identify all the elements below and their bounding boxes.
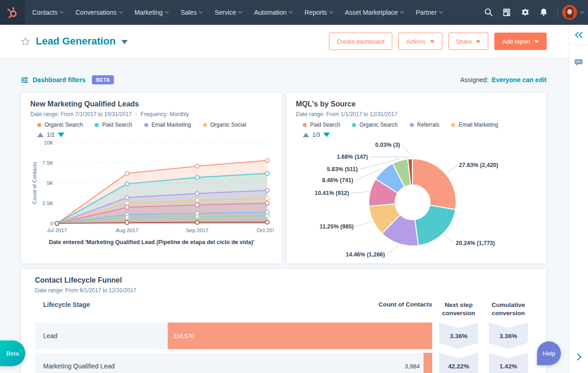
- legend-pager: 1/3: [303, 132, 537, 138]
- create-dashboard-button[interactable]: Create dashboard: [329, 33, 392, 50]
- page-header: Lead Generation Create dashboard Actions…: [0, 25, 569, 58]
- legend-item-paid-search[interactable]: Paid Search: [95, 122, 132, 128]
- nav-menu: ContactsConversationsMarketingSalesServi…: [32, 9, 442, 16]
- hubspot-logo[interactable]: [0, 0, 25, 25]
- nav-item-label: Reports: [305, 9, 327, 16]
- pager-up-icon[interactable]: [37, 133, 44, 137]
- dashboard-filters-button[interactable]: Dashboard filters BETA: [21, 75, 114, 84]
- dashboard-content: Dashboard filters BETA Assigned:Everyone…: [0, 58, 569, 373]
- notifications-bell-icon[interactable]: [534, 0, 553, 25]
- funnel-rows: Lead118,5703.36%3.36%Marketing Qualified…: [35, 323, 532, 373]
- svg-text:10.41% (912): 10.41% (912): [315, 190, 349, 196]
- legend-pager: 1/2: [37, 132, 273, 138]
- comments-button[interactable]: [569, 52, 588, 72]
- dashboard-switcher-caret[interactable]: [121, 40, 128, 44]
- top-nav: ContactsConversationsMarketingSalesServi…: [0, 0, 588, 25]
- account-menu[interactable]: [562, 5, 583, 20]
- filters-row: Dashboard filters BETA Assigned:Everyone…: [21, 74, 547, 86]
- report-title: Contact Lifecycle Funnel: [35, 276, 532, 284]
- svg-text:Oct 2017: Oct 2017: [257, 228, 274, 233]
- add-report-button[interactable]: Add report: [494, 33, 547, 50]
- column-header: Count of Contacts: [379, 301, 432, 308]
- funnel-bar-value: 3,984: [405, 363, 420, 370]
- legend-dot: [37, 123, 41, 127]
- svg-text:5K: 5K: [47, 180, 53, 186]
- column-header: Cumulative conversion: [489, 301, 528, 317]
- report-subtitle: Date range: From 7/1/2017 to 10/31/2017F…: [30, 111, 273, 117]
- svg-text:0: 0: [51, 221, 53, 226]
- chevron-down-icon: [400, 9, 404, 13]
- nav-item-label: Marketing: [135, 9, 163, 16]
- svg-text:20.24% (1,773): 20.24% (1,773): [456, 240, 495, 246]
- svg-text:10K: 10K: [44, 140, 54, 145]
- nav-item-label: Conversations: [75, 9, 117, 16]
- chevron-down-icon: [476, 40, 481, 43]
- chevron-down-icon: [119, 9, 123, 13]
- svg-text:Jul 2017: Jul 2017: [47, 228, 67, 233]
- nav-item-label: Partner: [416, 9, 437, 16]
- chevron-down-icon: [580, 9, 584, 13]
- pager-label: 1/3: [312, 132, 320, 138]
- chevron-right-icon: [577, 353, 582, 361]
- legend-label: Referrals: [417, 122, 440, 128]
- report-title: MQL's by Source: [296, 100, 537, 108]
- legend-item-organic-social[interactable]: Organic Social: [203, 122, 246, 128]
- nav-item-contacts[interactable]: Contacts: [32, 9, 63, 16]
- share-button[interactable]: Share: [448, 33, 489, 50]
- legend-item-referrals[interactable]: Referrals: [410, 122, 440, 128]
- report-card-mql-source: MQL's by Source Date range: From 1/1/201…: [286, 92, 547, 264]
- legend-dot: [144, 123, 148, 127]
- star-icon[interactable]: [21, 37, 30, 46]
- sprocket-icon: [6, 6, 19, 19]
- double-chevron-left-icon: [575, 31, 583, 39]
- funnel-stage-label: Lead: [35, 323, 168, 349]
- legend-item-email-marketing[interactable]: Email Marketing: [144, 122, 191, 128]
- nav-item-label: Asset Marketplace: [345, 9, 398, 16]
- nav-item-partner[interactable]: Partner: [416, 9, 442, 16]
- report-subtitle: Date range: From 6/1/2017 to 12/31/2017: [35, 287, 532, 294]
- funnel-bar[interactable]: [424, 353, 432, 373]
- collapse-panel-button[interactable]: [569, 25, 588, 45]
- nav-item-service[interactable]: Service: [215, 9, 242, 16]
- chevron-down-icon: [60, 9, 63, 13]
- svg-text:7.5K: 7.5K: [42, 160, 53, 166]
- chevron-down-icon: [165, 9, 169, 13]
- chevron-down-icon: [199, 9, 203, 13]
- pager-down-icon[interactable]: [323, 133, 330, 137]
- marketplace-icon[interactable]: [498, 0, 516, 25]
- chevron-down-icon: [439, 9, 443, 13]
- pager-down-icon[interactable]: [58, 133, 64, 137]
- nav-item-automation[interactable]: Automation: [254, 9, 292, 16]
- nav-item-reports[interactable]: Reports: [305, 9, 333, 16]
- svg-text:Sep 2017: Sep 2017: [186, 228, 209, 233]
- legend-item-organic-search[interactable]: Organic Search: [37, 122, 83, 128]
- legend-item-email-marketing[interactable]: Email Marketing: [451, 122, 498, 128]
- funnel-bar-value: 118,570: [173, 333, 194, 340]
- legend: Organic SearchPaid SearchEmail Marketing…: [37, 122, 273, 128]
- right-rail: [569, 25, 588, 373]
- nav-item-marketing[interactable]: Marketing: [135, 9, 168, 16]
- nav-item-label: Automation: [254, 9, 287, 16]
- search-icon[interactable]: [479, 0, 498, 25]
- assigned-value-link[interactable]: Everyone can edit: [492, 76, 547, 84]
- header-buttons: Create dashboard Actions Share Add repor…: [329, 33, 547, 50]
- pager-up-icon[interactable]: [303, 133, 309, 137]
- legend: Paid SearchOrganic SearchReferralsEmail …: [303, 122, 537, 128]
- avatar: [562, 5, 577, 20]
- legend-dot: [95, 123, 99, 127]
- nav-item-conversations[interactable]: Conversations: [75, 9, 122, 16]
- help-button[interactable]: Help: [537, 341, 561, 365]
- funnel-bar[interactable]: 118,570: [168, 323, 432, 349]
- settings-gear-icon[interactable]: [516, 0, 534, 25]
- funnel-row-main: Lead118,570: [35, 323, 432, 349]
- legend-item-organic-search[interactable]: Organic Search: [352, 122, 397, 128]
- expand-chevron-button[interactable]: [569, 353, 588, 361]
- nav-item-asset-marketplace[interactable]: Asset Marketplace: [345, 9, 403, 16]
- beta-button[interactable]: Beta: [0, 340, 25, 366]
- cumulative-conversion-badge: 3.36%: [489, 323, 528, 349]
- legend-item-paid-search[interactable]: Paid Search: [303, 122, 340, 128]
- nav-item-label: Sales: [181, 9, 197, 16]
- actions-button[interactable]: Actions: [398, 33, 442, 50]
- donut-chart: 27.63% (2,420)20.24% (1,773)14.46% (1,26…: [296, 138, 538, 261]
- nav-item-sales[interactable]: Sales: [181, 9, 202, 16]
